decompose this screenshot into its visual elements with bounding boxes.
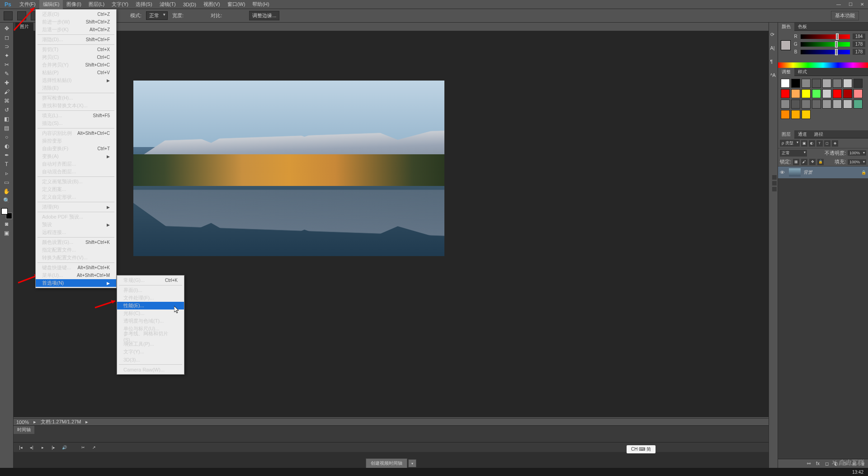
menu-layer[interactable]: 图层(L) bbox=[85, 0, 108, 9]
menu-item[interactable]: 清除(E) bbox=[36, 84, 116, 92]
tab-channels[interactable]: 通道 bbox=[794, 130, 811, 138]
b-slider[interactable] bbox=[801, 50, 850, 54]
menu-item[interactable]: 转换为配置文件(V)... bbox=[36, 254, 116, 262]
style-swatch[interactable] bbox=[791, 79, 800, 88]
healing-brush-tool[interactable]: ✚ bbox=[2, 79, 12, 87]
submenu-item[interactable]: 参考线、网格和切片(S)... bbox=[117, 333, 184, 340]
style-swatch[interactable] bbox=[843, 100, 852, 109]
eyedropper-tool[interactable]: ✎ bbox=[2, 70, 12, 78]
color-spectrum[interactable] bbox=[778, 62, 868, 68]
filter-adjustment-icon[interactable]: ◐ bbox=[809, 140, 815, 147]
style-swatch[interactable] bbox=[781, 100, 790, 109]
menu-file[interactable]: 文件(F) bbox=[16, 0, 39, 9]
style-swatch[interactable] bbox=[822, 79, 831, 88]
submenu-item[interactable]: Camera Raw(W)... bbox=[117, 366, 184, 373]
layer-kind-filter[interactable]: ρ 类型 bbox=[780, 140, 800, 147]
menu-item[interactable]: 定义自定形状... bbox=[36, 193, 116, 201]
style-swatch[interactable] bbox=[781, 89, 790, 98]
path-selection-tool[interactable]: ▹ bbox=[2, 169, 12, 177]
hand-tool[interactable]: ✋ bbox=[2, 187, 12, 195]
selection-mode-new-icon[interactable] bbox=[17, 11, 26, 20]
style-swatch[interactable] bbox=[812, 79, 821, 88]
marquee-tool[interactable]: ◻ bbox=[2, 33, 12, 42]
docinfo-arrow-icon[interactable]: ▸ bbox=[85, 419, 88, 425]
menu-item[interactable]: 预设▶ bbox=[36, 221, 116, 228]
magic-wand-tool[interactable]: ✦ bbox=[2, 52, 12, 60]
tab-paths[interactable]: 路径 bbox=[811, 130, 827, 138]
menu-select[interactable]: 选择(S) bbox=[132, 0, 156, 9]
zoom-level[interactable]: 100% bbox=[16, 419, 29, 425]
play-icon[interactable]: ▸ bbox=[39, 444, 46, 451]
layer-row-background[interactable]: 👁 背景 🔒 bbox=[778, 167, 868, 178]
dodge-tool[interactable]: ◐ bbox=[2, 142, 12, 150]
filter-shape-icon[interactable]: ◻ bbox=[824, 140, 830, 147]
menu-item[interactable]: 指定配置文件... bbox=[36, 246, 116, 254]
tab-swatches[interactable]: 色板 bbox=[794, 23, 811, 31]
menu-item[interactable]: 定义画笔预设(B)... bbox=[36, 178, 116, 186]
style-swatch[interactable] bbox=[854, 100, 863, 109]
menu-item[interactable]: 自由变换(F)Ctrl+T bbox=[36, 145, 116, 152]
zoom-tool[interactable]: 🔍 bbox=[2, 196, 12, 205]
style-swatch[interactable] bbox=[812, 100, 821, 109]
g-value[interactable]: 178 bbox=[853, 41, 865, 47]
menu-item[interactable]: 变换(A)▶ bbox=[36, 152, 116, 160]
panel-menu-icon[interactable] bbox=[772, 175, 777, 180]
tool-preset-icon[interactable] bbox=[4, 11, 13, 20]
menu-item[interactable]: 菜单(U)...Alt+Shift+Ctrl+M bbox=[36, 271, 116, 279]
b-value[interactable]: 178 bbox=[853, 49, 865, 55]
timeline-tab[interactable]: 时间轴 bbox=[14, 426, 34, 434]
style-swatch[interactable] bbox=[833, 79, 842, 88]
lock-icon[interactable]: 🔒 bbox=[861, 170, 866, 175]
document-tab[interactable]: 图片 bbox=[15, 23, 33, 31]
menu-item[interactable]: 远程连接... bbox=[36, 228, 116, 236]
style-swatch[interactable] bbox=[802, 110, 811, 119]
style-swatch[interactable] bbox=[854, 79, 863, 88]
filter-smartobj-icon[interactable]: ◈ bbox=[832, 140, 838, 147]
audio-icon[interactable]: 🔊 bbox=[61, 444, 68, 451]
shape-tool[interactable]: ▭ bbox=[2, 178, 12, 186]
paragraph-panel-icon[interactable]: ¶ bbox=[770, 59, 777, 65]
split-icon[interactable]: ✂ bbox=[80, 444, 87, 451]
go-to-first-frame-icon[interactable]: |◂ bbox=[17, 444, 24, 451]
character-panel-icon[interactable]: A| bbox=[770, 45, 777, 52]
create-video-timeline-button[interactable]: 创建视频时间轴 bbox=[366, 458, 407, 468]
tab-adjustments[interactable]: 调整 bbox=[778, 68, 794, 76]
filter-pixel-icon[interactable]: ▣ bbox=[801, 140, 807, 147]
style-swatch[interactable] bbox=[781, 79, 790, 88]
style-swatch[interactable] bbox=[802, 79, 811, 88]
workspace-switcher[interactable]: 基本功能 bbox=[831, 11, 859, 20]
crop-tool[interactable]: ✂ bbox=[2, 61, 12, 69]
lock-transparency-icon[interactable]: ▦ bbox=[793, 159, 799, 165]
blend-mode-dropdown[interactable]: 正常 bbox=[146, 11, 168, 20]
menu-item[interactable]: 内容识别比例Alt+Shift+Ctrl+C bbox=[36, 129, 116, 137]
eraser-tool[interactable]: ◧ bbox=[2, 115, 12, 123]
style-swatch[interactable] bbox=[791, 110, 800, 119]
menu-item[interactable]: 渐隐(D)...Shift+Ctrl+F bbox=[36, 36, 116, 43]
menu-item[interactable]: 自动混合图层... bbox=[36, 168, 116, 176]
style-swatch[interactable] bbox=[822, 100, 831, 109]
layer-style-icon[interactable]: fx bbox=[815, 461, 821, 467]
menu-item[interactable]: 查找和替换文本(X)... bbox=[36, 102, 116, 109]
menu-item[interactable]: 选择性粘贴(I)▶ bbox=[36, 76, 116, 84]
style-swatch[interactable] bbox=[843, 89, 852, 98]
style-swatch[interactable] bbox=[812, 89, 821, 98]
menu-item[interactable]: 后退一步(K)Alt+Ctrl+Z bbox=[36, 26, 116, 33]
tab-styles[interactable]: 样式 bbox=[794, 68, 811, 76]
menu-item[interactable]: 首选项(N)▶ bbox=[36, 279, 116, 287]
submenu-item[interactable]: 文字(Y)... bbox=[117, 348, 184, 356]
r-value[interactable]: 184 bbox=[853, 33, 865, 39]
style-swatch[interactable] bbox=[854, 89, 863, 98]
lock-position-icon[interactable]: ✥ bbox=[809, 159, 816, 165]
submenu-item[interactable]: 界面(I)... bbox=[117, 286, 184, 294]
submenu-item[interactable]: 常规(G)...Ctrl+K bbox=[117, 276, 184, 284]
brush-tool[interactable]: 🖌 bbox=[2, 88, 12, 96]
zoom-arrow-icon[interactable]: ▸ bbox=[33, 419, 36, 425]
menu-item[interactable]: 前进一步(W)Shift+Ctrl+Z bbox=[36, 18, 116, 26]
minimize-button[interactable]: — bbox=[835, 1, 842, 7]
style-swatch[interactable] bbox=[802, 89, 811, 98]
fill-value[interactable]: 100% bbox=[848, 159, 866, 165]
foreground-color-swatch[interactable] bbox=[1, 208, 8, 214]
layer-thumbnail[interactable] bbox=[789, 168, 801, 176]
menu-help[interactable]: 帮助(H) bbox=[249, 0, 273, 9]
menu-item[interactable]: 自动对齐图层... bbox=[36, 160, 116, 168]
